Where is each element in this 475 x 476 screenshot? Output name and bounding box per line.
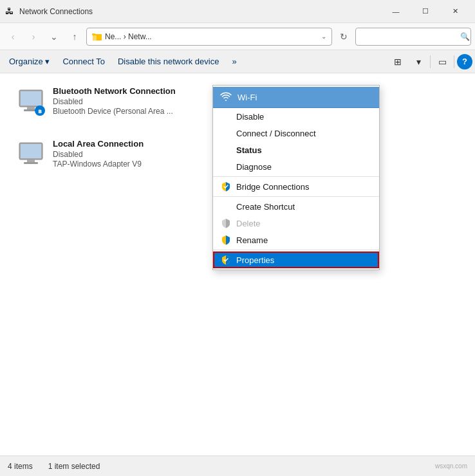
close-button[interactable]: ✕ [440,0,470,23]
no-icon [221,128,231,138]
folder-network-icon [92,32,102,42]
context-item-diagnose[interactable]: Diagnose [213,158,379,175]
context-separator [213,176,379,177]
context-item-label: Rename [236,235,268,245]
shield-icon-rename [221,235,231,245]
shield-icon-properties [221,255,231,265]
address-bar: ‹ › ⌄ ↑ Ne... › Netw... ⌄ ↻ 🔍 [0,23,475,50]
context-wifi-name: Wi-Fi [238,93,257,102]
context-item-label: Disable [236,112,264,122]
refresh-button[interactable]: ↻ [335,28,353,46]
status-bar-right: wsxqn.com [435,462,467,470]
toolbar-separator2 [454,55,454,68]
context-menu: Wi-Fi Disable Connect / Disconnect Statu… [212,85,380,270]
more-button[interactable]: » [225,53,243,71]
context-item-label: Delete [236,219,261,228]
no-icon [221,111,231,122]
app-icon: 🖧 [5,6,15,17]
context-item-delete: Delete [213,215,379,232]
shield-icon-delete [221,218,231,228]
search-input[interactable] [361,32,458,41]
context-item-bridge[interactable]: Bridge Connections [213,178,379,195]
maximize-button[interactable]: ☐ [411,0,440,23]
forward-button[interactable]: › [24,28,42,46]
context-item-status[interactable]: Status [213,142,379,158]
no-icon [221,161,231,172]
shield-icon [221,181,231,192]
address-text: Ne... › Netw... [105,32,319,41]
context-item-label: Status [236,145,262,155]
context-item-properties[interactable]: Properties [213,252,379,268]
watermark-text: wsxqn.com [435,462,467,470]
window-controls: — ☐ ✕ [381,0,470,23]
item-count: 4 items [8,462,33,471]
context-menu-overlay: Wi-Fi Disable Connect / Disconnect Statu… [0,73,475,455]
context-item-label: Connect / Disconnect [236,129,316,138]
context-item-rename[interactable]: Rename [213,232,379,248]
up-button[interactable]: ↑ [66,28,84,46]
context-item-shortcut[interactable]: Create Shortcut [213,198,379,215]
context-item-label: Create Shortcut [236,202,295,212]
context-separator2 [213,196,379,197]
content-area: ʙ Bluetooth Network Connection Disabled … [0,73,475,455]
dropdown-button[interactable]: ⌄ [45,28,63,46]
no-icon [221,145,231,155]
toolbar: Organize ▾ Connect To Disable this netwo… [0,50,475,73]
context-item-label: Diagnose [236,162,272,172]
minimize-button[interactable]: — [381,0,411,23]
context-item-label: Properties [236,255,274,265]
context-separator3 [213,250,379,250]
search-icon: 🔍 [460,32,470,41]
selection-status: 1 item selected [48,462,100,471]
view-dropdown-button[interactable]: ▾ [409,53,427,71]
status-bar: 4 items 1 item selected wsxqn.com [0,455,475,476]
svg-rect-1 [93,35,97,41]
title-bar: 🖧 Network Connections — ☐ ✕ [0,0,475,23]
pane-button[interactable]: ▭ [433,53,451,71]
address-chevron[interactable]: ⌄ [321,33,326,40]
help-button[interactable]: ? [457,54,472,69]
context-item-disable[interactable]: Disable [213,108,379,125]
address-box[interactable]: Ne... › Netw... ⌄ [86,28,332,46]
context-item-label: Bridge Connections [236,182,309,192]
disable-network-button[interactable]: Disable this network device [111,53,226,71]
search-box[interactable]: 🔍 [355,28,471,46]
wifi-header-icon [219,91,232,104]
toolbar-right: ⊞ ▾ ▭ ? [389,53,472,71]
context-item-connect[interactable]: Connect / Disconnect [213,125,379,142]
back-button[interactable]: ‹ [4,28,22,46]
window-title: Network Connections [19,7,381,16]
no-icon [221,201,231,212]
organize-button[interactable]: Organize ▾ [3,53,56,71]
svg-rect-2 [92,33,95,35]
view-toggle-button[interactable]: ⊞ [389,53,407,71]
context-menu-header: Wi-Fi [213,87,379,108]
connect-to-button[interactable]: Connect To [56,53,111,71]
toolbar-separator [430,55,431,68]
